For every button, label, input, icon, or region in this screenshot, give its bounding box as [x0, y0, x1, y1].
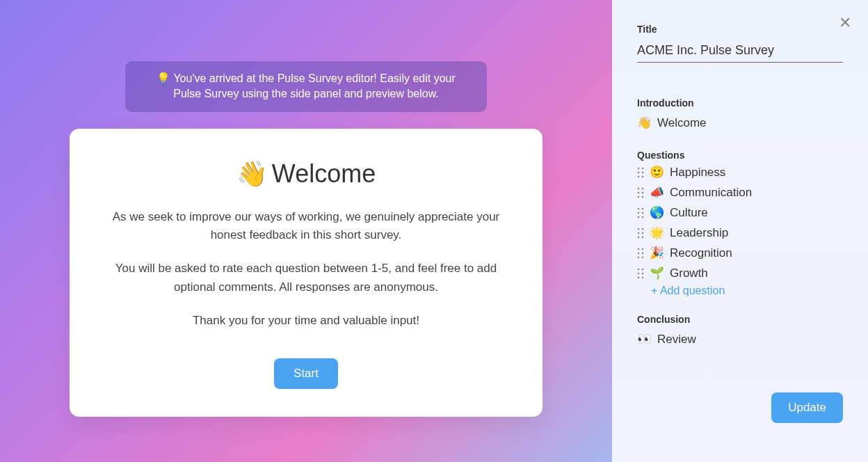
title-label: Title: [637, 24, 843, 35]
welcome-heading: 👋 Welcome: [103, 159, 509, 189]
update-button[interactable]: Update: [771, 392, 843, 423]
welcome-para-3: Thank you for your time and valuable inp…: [103, 312, 509, 330]
svg-point-14: [638, 212, 640, 214]
svg-point-7: [642, 187, 644, 189]
svg-point-24: [638, 248, 640, 250]
svg-point-5: [642, 175, 644, 177]
svg-point-30: [638, 268, 640, 270]
svg-point-16: [638, 216, 640, 218]
question-item-label: Culture: [670, 206, 708, 220]
svg-point-18: [638, 228, 640, 230]
svg-point-1: [642, 167, 644, 169]
svg-point-26: [638, 252, 640, 254]
app-shell: 💡 You've arrived at the Pulse Survey edi…: [0, 0, 868, 462]
question-item[interactable]: 🙂Happiness: [637, 165, 843, 180]
question-item[interactable]: 🌟Leadership: [637, 225, 843, 240]
introduction-label: Introduction: [637, 97, 843, 109]
question-item-label: Communication: [670, 186, 752, 200]
question-emoji-icon: 🙂: [650, 165, 664, 180]
conclusion-section: Conclusion 👀 Review: [637, 314, 843, 349]
svg-point-34: [638, 276, 640, 278]
svg-point-32: [638, 272, 640, 274]
question-item-label: Happiness: [670, 166, 725, 180]
lightbulb-icon: 💡: [156, 72, 170, 84]
introduction-section: Introduction 👋 Welcome: [637, 97, 843, 133]
wave-icon: 👋: [637, 116, 652, 130]
conclusion-item-label: Review: [657, 333, 696, 346]
question-list: 🙂Happiness📣Communication🌎Culture🌟Leaders…: [637, 165, 843, 280]
questions-label: Questions: [637, 150, 843, 161]
svg-point-29: [642, 256, 644, 258]
drag-handle-icon[interactable]: [637, 268, 644, 279]
svg-point-13: [642, 207, 644, 209]
start-button[interactable]: Start: [274, 358, 338, 389]
svg-point-23: [642, 236, 644, 238]
drag-handle-icon[interactable]: [637, 167, 644, 178]
welcome-body: As we seek to improve our ways of workin…: [103, 208, 509, 330]
drag-handle-icon[interactable]: [637, 248, 644, 259]
svg-point-17: [642, 216, 644, 218]
question-item[interactable]: 🎉Recognition: [637, 246, 843, 260]
svg-point-20: [638, 232, 640, 234]
svg-point-8: [638, 191, 640, 193]
svg-point-6: [638, 187, 640, 189]
svg-point-22: [638, 236, 640, 238]
question-emoji-icon: 🎉: [650, 246, 664, 260]
introduction-item-label: Welcome: [657, 116, 707, 130]
svg-point-9: [642, 191, 644, 193]
svg-point-27: [642, 252, 644, 254]
question-emoji-icon: 📣: [650, 185, 664, 200]
close-button[interactable]: ✕: [839, 14, 851, 32]
title-section: Title: [637, 24, 843, 81]
banner-text: You've arrived at the Pulse Survey edito…: [173, 72, 456, 99]
question-item[interactable]: 🌎Culture: [637, 205, 843, 220]
add-question-button[interactable]: + Add question: [651, 285, 725, 297]
survey-preview-card: 👋 Welcome As we seek to improve our ways…: [70, 129, 542, 417]
drag-handle-icon[interactable]: [637, 207, 644, 218]
svg-point-35: [642, 276, 644, 278]
questions-section: Questions 🙂Happiness📣Communication🌎Cultu…: [637, 150, 843, 297]
svg-point-28: [638, 256, 640, 258]
wave-icon: 👋: [236, 159, 268, 189]
question-item-label: Growth: [670, 266, 708, 280]
introduction-item[interactable]: 👋 Welcome: [637, 113, 843, 133]
welcome-heading-text: Welcome: [272, 159, 376, 189]
question-item[interactable]: 📣Communication: [637, 185, 843, 200]
question-emoji-icon: 🌱: [650, 266, 664, 280]
drag-handle-icon[interactable]: [637, 187, 644, 198]
svg-point-11: [642, 196, 644, 198]
svg-point-25: [642, 248, 644, 250]
question-item-label: Leadership: [670, 226, 728, 240]
close-icon: ✕: [839, 14, 851, 31]
svg-point-2: [638, 171, 640, 173]
title-input[interactable]: [637, 39, 843, 63]
question-item-label: Recognition: [670, 246, 732, 260]
preview-area: 💡 You've arrived at the Pulse Survey edi…: [0, 0, 612, 462]
svg-point-12: [638, 207, 640, 209]
svg-point-15: [642, 212, 644, 214]
svg-point-0: [638, 167, 640, 169]
drag-handle-icon[interactable]: [637, 228, 644, 239]
svg-point-19: [642, 228, 644, 230]
question-emoji-icon: 🌟: [650, 225, 664, 240]
info-banner: 💡 You've arrived at the Pulse Survey edi…: [125, 61, 487, 112]
svg-point-10: [638, 196, 640, 198]
sidebar-panel: ✕ Title Introduction 👋 Welcome Questions…: [612, 0, 868, 462]
question-item[interactable]: 🌱Growth: [637, 266, 843, 280]
question-emoji-icon: 🌎: [650, 205, 664, 220]
welcome-para-1: As we seek to improve our ways of workin…: [103, 208, 509, 245]
svg-point-21: [642, 232, 644, 234]
svg-point-31: [642, 268, 644, 270]
conclusion-label: Conclusion: [637, 314, 843, 325]
welcome-para-2: You will be asked to rate each question …: [103, 260, 509, 296]
svg-point-3: [642, 171, 644, 173]
eyes-icon: 👀: [637, 332, 652, 346]
svg-point-33: [642, 272, 644, 274]
conclusion-item[interactable]: 👀 Review: [637, 329, 843, 349]
svg-point-4: [638, 175, 640, 177]
